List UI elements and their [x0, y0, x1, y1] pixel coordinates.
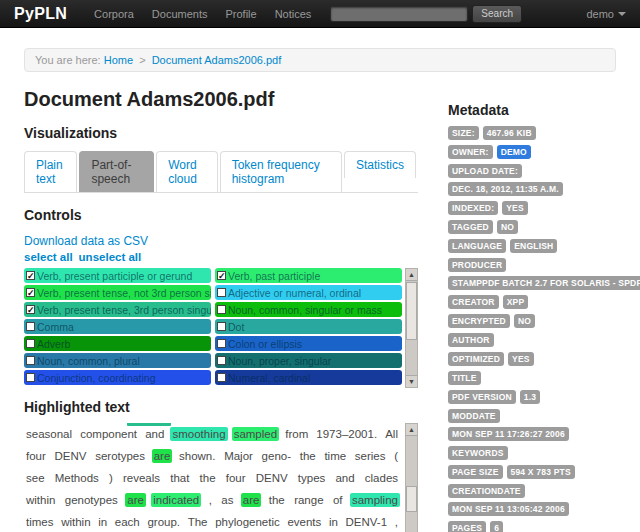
pos-panel-scrollbar[interactable]: ▲ ▼ — [405, 268, 418, 388]
pos-tag-checkbox[interactable] — [26, 339, 35, 348]
pos-tag-verb-present-tense-not-3rd-person-singular[interactable]: ✓Verb, present tense, not 3rd person sin… — [24, 285, 211, 300]
text-token: The — [186, 515, 210, 529]
controls-heading: Controls — [24, 207, 418, 223]
pos-tag-checkbox[interactable] — [217, 322, 226, 331]
pos-tag-checkbox[interactable] — [217, 288, 226, 297]
pos-tag-noun-common-singular-or-mass[interactable]: Noun, common, singular or mass — [215, 302, 402, 317]
text-token: each — [113, 515, 142, 529]
text-panel-scrollbar[interactable]: ▲ — [405, 423, 418, 532]
tab-part-of-speech[interactable]: Part-of-speech — [79, 151, 154, 192]
unselect-all-link[interactable]: unselect all — [79, 251, 142, 263]
text-token: and — [143, 427, 166, 441]
pos-tag-noun-proper-singular[interactable]: Noun, proper, singular — [215, 353, 402, 368]
pos-tag-label: Comma — [37, 321, 74, 333]
metadata-entry: TITLE — [448, 371, 616, 385]
metadata-entry: INDEXED:YES — [448, 201, 616, 215]
text-token: that — [168, 471, 191, 485]
text-token: and — [333, 471, 356, 485]
pos-tag-checkbox[interactable] — [217, 356, 226, 365]
tab-word-cloud[interactable]: Word cloud — [156, 151, 218, 192]
text-token: reveals — [121, 471, 162, 485]
pos-tag-dot[interactable]: Dot — [215, 319, 402, 334]
partial-highlight-strip — [127, 423, 171, 426]
metadata-value-badge: MON SEP 11 13:05:42 2006 — [448, 502, 569, 516]
nav-item-profile[interactable]: Profile — [216, 8, 265, 20]
pos-tag-colon-or-ellipsis[interactable]: Colon or ellipsis — [215, 336, 402, 351]
text-token: All — [383, 427, 400, 441]
pos-tag-checkbox[interactable] — [217, 339, 226, 348]
scrollbar-thumb[interactable] — [406, 282, 417, 340]
metadata-value-badge: STAMPPDF BATCH 2.7 FOR SOLARIS - SPDF 10… — [448, 276, 640, 290]
scrollbar-thumb[interactable] — [406, 486, 417, 512]
search-button[interactable]: Search — [472, 5, 522, 23]
pos-tag-checkbox[interactable] — [26, 356, 35, 365]
text-token: four — [24, 449, 48, 463]
metadata-entry: AUTHOR — [448, 333, 616, 347]
user-menu[interactable]: demo — [586, 8, 626, 20]
metadata-key-badge: ENCRYPTED — [448, 314, 510, 328]
text-token: DENV — [254, 471, 290, 485]
pos-tag-label: Noun, common, plural — [37, 355, 140, 367]
text-token: 1973–2001. — [314, 427, 379, 441]
pos-tag-numeral-cardinal[interactable]: Numeral, cardinal — [215, 370, 402, 385]
metadata-entry: PAGE SIZE594 X 783 PTS — [448, 465, 616, 479]
text-token: in — [327, 515, 340, 529]
metadata-value-badge: MON SEP 11 17:26:27 2006 — [448, 427, 569, 441]
brand-logo[interactable]: PyPLN — [14, 5, 67, 23]
highlighted-token: indicated — [151, 493, 201, 507]
metadata-key-badge: CREATIONDATE — [448, 484, 525, 498]
metadata-key-badge: TITLE — [448, 371, 481, 385]
pos-tag-verb-present-participle-or-gerund[interactable]: ✓Verb, present participle or gerund — [24, 268, 211, 283]
scroll-up-icon[interactable]: ▲ — [406, 424, 417, 436]
pos-tag-checkbox[interactable] — [26, 322, 35, 331]
nav-item-documents[interactable]: Documents — [143, 8, 217, 20]
metadata-heading: Metadata — [448, 102, 616, 118]
select-all-link[interactable]: select all — [24, 251, 73, 263]
nav-item-notices[interactable]: Notices — [266, 8, 321, 20]
pos-tag-checkbox[interactable]: ✓ — [217, 271, 226, 280]
pos-tag-adjective-or-numeral-ordinal[interactable]: Adjective or numeral, ordinal — [215, 285, 402, 300]
pos-tag-conjunction-coordinating[interactable]: Conjunction, coordinating — [24, 370, 211, 385]
highlighted-text-body: seasonal component and smoothing sampled… — [24, 423, 400, 532]
metadata-key-badge: OPTIMIZED — [448, 352, 504, 366]
nav-links: CorporaDocumentsProfileNotices — [85, 8, 320, 20]
pos-tag-comma[interactable]: Comma — [24, 319, 211, 334]
tab-statistics[interactable]: Statistics — [344, 151, 416, 178]
search-input[interactable] — [330, 6, 468, 22]
highlighted-token: sampling — [350, 493, 400, 507]
highlighted-token: smoothing — [170, 427, 227, 441]
pos-tag-label: Dot — [228, 321, 244, 333]
metadata-key-badge: PAGES — [448, 521, 486, 532]
pos-tag-checkbox[interactable]: ✓ — [26, 305, 35, 314]
metadata-key-badge: CREATOR — [448, 295, 499, 309]
scroll-down-icon[interactable]: ▼ — [406, 375, 417, 387]
pos-tag-checkbox[interactable]: ✓ — [26, 288, 35, 297]
breadcrumb-current-link[interactable]: Document Adams2006.pdf — [152, 54, 282, 66]
metadata-value-badge: NO — [497, 220, 518, 234]
metadata-entry: OWNER:DEMO — [448, 145, 616, 159]
pos-tag-verb-past-participle[interactable]: ✓Verb, past participle — [215, 268, 402, 283]
pos-tag-checkbox[interactable]: ✓ — [26, 271, 35, 280]
pos-tag-verb-present-tense-3rd-person-singular[interactable]: ✓Verb, present tense, 3rd person singula… — [24, 302, 211, 317]
highlighted-text-heading: Highlighted text — [24, 399, 418, 415]
pos-tag-checkbox[interactable] — [217, 305, 226, 314]
metadata-entry: ENCRYPTEDNO — [448, 314, 616, 328]
highlighted-text-panel: seasonal component and smoothing sampled… — [24, 423, 418, 532]
pos-tag-adverb[interactable]: Adverb — [24, 336, 211, 351]
pos-tag-noun-common-plural[interactable]: Noun, common, plural — [24, 353, 211, 368]
pos-tag-checkbox[interactable] — [217, 373, 226, 382]
highlighted-token: sampled — [232, 427, 279, 441]
download-csv-link[interactable]: Download data as CSV — [24, 234, 148, 248]
tab-plain-text[interactable]: Plain text — [24, 151, 77, 192]
breadcrumb-home-link[interactable]: Home — [104, 54, 133, 66]
pos-tag-checkbox[interactable] — [26, 373, 35, 382]
metadata-key-badge: PDF VERSION — [448, 390, 516, 404]
metadata-entry: SIZE:467.96 KIB — [448, 126, 616, 140]
tab-token-frequency-histogram[interactable]: Token frequency histogram — [220, 151, 342, 192]
scroll-up-icon[interactable]: ▲ — [406, 269, 417, 281]
metadata-entry: TAGGEDNO — [448, 220, 616, 234]
metadata-key-badge: TAGGED — [448, 220, 493, 234]
visualizations-heading: Visualizations — [24, 125, 418, 141]
metadata-entry: OPTIMIZEDYES — [448, 352, 616, 366]
nav-item-corpora[interactable]: Corpora — [85, 8, 143, 20]
